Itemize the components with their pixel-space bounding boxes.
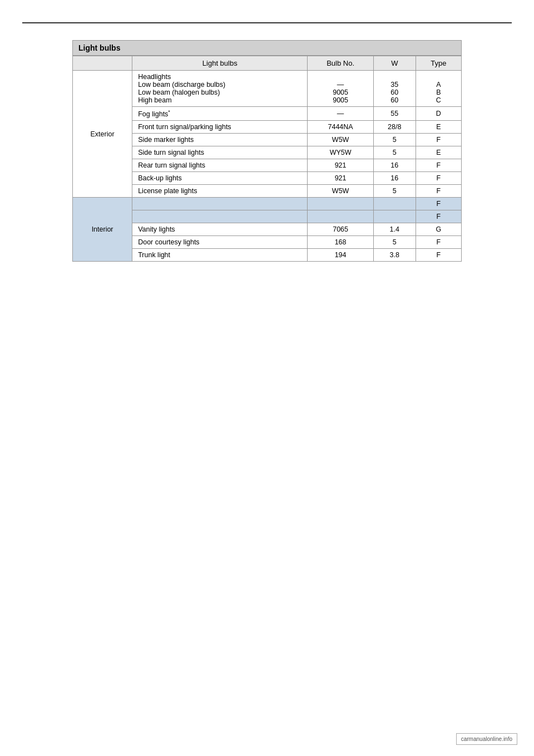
type-cell-headlights: ABC <box>416 71 461 107</box>
bulbno-cell: 168 <box>308 236 374 249</box>
type-cell: G <box>416 223 461 236</box>
w-cell: 1.4 <box>373 223 416 236</box>
bulbno-cell: 7065 <box>308 223 374 236</box>
description-cell: Rear turn signal lights <box>132 159 308 172</box>
description-cell: Vanity lights <box>132 223 308 236</box>
description-cell <box>132 198 308 210</box>
w-cell <box>373 210 416 223</box>
bulbno-cell <box>308 210 374 223</box>
type-cell: E <box>416 121 461 134</box>
description-cell: Trunk light <box>132 249 308 262</box>
w-cell: 5 <box>373 185 416 198</box>
section-title-bar: Light bulbs <box>72 40 462 56</box>
section-wrapper: Light bulbs Light bulbs Bulb No. W Type … <box>72 40 462 262</box>
description-cell-headlights: Headlights Low beam (discharge bulbs) Lo… <box>132 71 308 107</box>
top-rule <box>22 22 512 23</box>
logo-text: carmanualonline.info <box>461 736 512 742</box>
bulbno-cell: 921 <box>308 159 374 172</box>
page-container: Light bulbs Light bulbs Bulb No. W Type … <box>0 0 534 756</box>
type-cell: F <box>416 185 461 198</box>
bottom-logo: carmanualonline.info <box>456 733 517 745</box>
description-cell: License plate lights <box>132 185 308 198</box>
w-cell-headlights: 356060 <box>373 71 416 107</box>
description-cell: Back-up lights <box>132 172 308 185</box>
type-cell: F <box>416 134 461 146</box>
type-cell: F <box>416 159 461 172</box>
table-row: InteriorF <box>73 198 462 210</box>
logo-box: carmanualonline.info <box>456 733 517 745</box>
type-cell: F <box>416 198 461 210</box>
description-cell: Front turn signal/parking lights <box>132 121 308 134</box>
w-cell: 3.8 <box>373 249 416 262</box>
w-cell: 55 <box>373 107 416 121</box>
table-row: ExteriorHeadlights Low beam (discharge b… <box>73 71 462 107</box>
type-cell: D <box>416 107 461 121</box>
w-cell: 16 <box>373 159 416 172</box>
description-cell <box>132 210 308 223</box>
col-header-w: W <box>373 56 416 71</box>
category-cell: Exterior <box>73 71 132 198</box>
col-header-lightbulbs: Light bulbs <box>132 56 308 71</box>
bulbno-cell: W5W <box>308 185 374 198</box>
description-cell: Side turn signal lights <box>132 146 308 159</box>
bulbno-cell <box>308 198 374 210</box>
w-cell: 5 <box>373 134 416 146</box>
bulbno-cell: 7444NA <box>308 121 374 134</box>
bulbno-cell: — <box>308 107 374 121</box>
bulbno-cell: WY5W <box>308 146 374 159</box>
col-header-bulbno: Bulb No. <box>308 56 374 71</box>
w-cell: 16 <box>373 172 416 185</box>
table-header-row: Light bulbs Bulb No. W Type <box>73 56 462 71</box>
type-cell: F <box>416 236 461 249</box>
bulbno-cell-headlights: —90059005 <box>308 71 374 107</box>
col-header-category <box>73 56 132 71</box>
w-cell: 5 <box>373 236 416 249</box>
description-cell: Fog lights* <box>132 107 308 121</box>
type-cell: F <box>416 210 461 223</box>
category-cell: Interior <box>73 198 132 262</box>
description-cell: Side marker lights <box>132 134 308 146</box>
section-title: Light bulbs <box>78 43 120 52</box>
w-cell: 28/8 <box>373 121 416 134</box>
light-bulbs-table: Light bulbs Bulb No. W Type ExteriorHead… <box>72 56 462 262</box>
col-header-type: Type <box>416 56 461 71</box>
type-cell: E <box>416 146 461 159</box>
type-cell: F <box>416 249 461 262</box>
bulbno-cell: 921 <box>308 172 374 185</box>
bulbno-cell: W5W <box>308 134 374 146</box>
type-cell: F <box>416 172 461 185</box>
description-cell: Door courtesy lights <box>132 236 308 249</box>
w-cell <box>373 198 416 210</box>
w-cell: 5 <box>373 146 416 159</box>
bulbno-cell: 194 <box>308 249 374 262</box>
